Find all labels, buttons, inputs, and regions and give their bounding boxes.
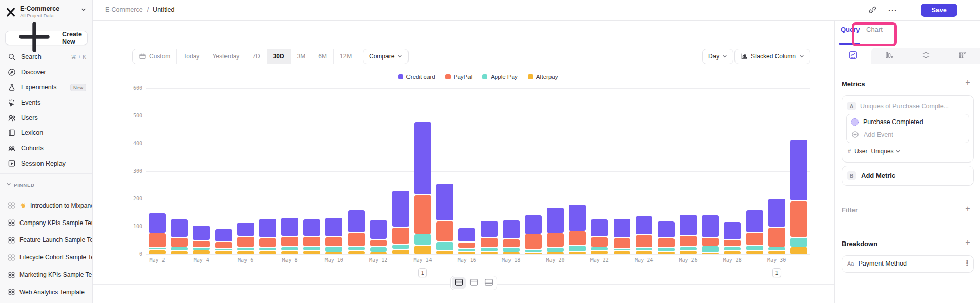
sidebar-item-cohorts[interactable]: Cohorts — [0, 140, 92, 156]
bar-segment-apple-pay[interactable] — [259, 248, 276, 251]
breakdown-kebab-menu[interactable]: ••• — [966, 260, 968, 267]
legend-item-afterpay[interactable]: Afterpay — [528, 74, 558, 80]
bar-segment-credit-card[interactable] — [702, 215, 719, 237]
layout-chart-only-toggle[interactable] — [466, 277, 481, 289]
pinned-item-marketing-kpis-sample-templat[interactable]: Marketing KPIs Sample Templat — [0, 266, 92, 284]
bar-segment-afterpay[interactable] — [614, 251, 630, 254]
annotation-badge-may-30[interactable]: 1 — [772, 268, 781, 277]
bar-segment-afterpay[interactable] — [215, 251, 232, 254]
bar-segment-afterpay[interactable] — [746, 251, 763, 254]
date-range-6m[interactable]: 6M — [312, 49, 334, 64]
sidebar-item-session-replay[interactable]: Session Replay — [0, 156, 92, 171]
bar-segment-afterpay[interactable] — [281, 251, 298, 254]
legend-item-paypal[interactable]: PayPal — [445, 74, 472, 80]
bar-segment-afterpay[interactable] — [259, 251, 276, 254]
measure-entity[interactable]: User — [854, 148, 867, 155]
tab-query[interactable]: Query — [841, 26, 860, 33]
pinned-item-introduction-to-mixpanel-bo[interactable]: Introduction to Mixpanel Bo — [0, 197, 92, 214]
bar-segment-paypal[interactable] — [680, 236, 697, 246]
sidebar-item-users[interactable]: Users — [0, 110, 92, 126]
bar-segment-paypal[interactable] — [591, 237, 608, 247]
bar-segment-paypal[interactable] — [325, 237, 342, 246]
bar-segment-apple-pay[interactable] — [503, 248, 520, 251]
breadcrumb-page[interactable]: Untitled — [153, 6, 174, 13]
bar-segment-apple-pay[interactable] — [149, 248, 166, 249]
bar-segment-credit-card[interactable] — [171, 219, 188, 237]
sidebar-item-events[interactable]: Events — [0, 95, 92, 110]
sidebar-item-experiments[interactable]: ExperimentsNew — [0, 79, 92, 95]
more-menu-button[interactable]: ··· — [888, 6, 897, 15]
bar-segment-afterpay[interactable] — [237, 251, 254, 254]
pinned-item-feature-launch-sample-templa[interactable]: Feature Launch Sample Templa — [0, 232, 92, 249]
bar-segment-credit-card[interactable] — [281, 218, 298, 236]
bar-segment-paypal[interactable] — [636, 235, 652, 247]
bar-segment-apple-pay[interactable] — [392, 245, 409, 249]
tab-retention[interactable] — [944, 48, 980, 64]
pinned-item-lifecycle-cohort-sample-temp[interactable]: Lifecycle Cohort Sample Temp — [0, 249, 92, 266]
bar-segment-paypal[interactable] — [193, 241, 210, 247]
date-range-7d[interactable]: 7D — [246, 49, 267, 64]
bar-segment-afterpay[interactable] — [348, 251, 365, 254]
bar-segment-credit-card[interactable] — [481, 221, 498, 237]
bar-segment-apple-pay[interactable] — [768, 247, 785, 250]
bar-segment-afterpay[interactable] — [591, 251, 608, 254]
bar-segment-credit-card[interactable] — [392, 191, 409, 227]
bar-segment-apple-pay[interactable] — [614, 249, 630, 250]
bar-segment-credit-card[interactable] — [414, 122, 431, 195]
bar-segment-afterpay[interactable] — [392, 250, 409, 254]
bar-segment-apple-pay[interactable] — [237, 248, 254, 251]
bar-segment-paypal[interactable] — [614, 238, 630, 248]
date-range-yesterday[interactable]: Yesterday — [206, 49, 246, 64]
bar-segment-apple-pay[interactable] — [591, 247, 608, 250]
sidebar-item-lexicon[interactable]: Lexicon — [0, 125, 92, 140]
pinned-item-company-kpis-sample-templat[interactable]: Company KPIs Sample Templat — [0, 214, 92, 232]
bar-segment-paypal[interactable] — [281, 237, 298, 246]
bar-segment-credit-card[interactable] — [436, 184, 453, 220]
bar-segment-credit-card[interactable] — [614, 219, 630, 237]
sidebar-item-search[interactable]: Search⌘ + K — [0, 49, 92, 65]
bar-segment-afterpay[interactable] — [149, 250, 166, 254]
bar-segment-afterpay[interactable] — [436, 251, 453, 254]
add-metric-card[interactable]: B Add Metric — [842, 166, 974, 186]
bar-segment-afterpay[interactable] — [325, 252, 342, 254]
save-button[interactable]: Save — [921, 4, 957, 17]
bar-segment-apple-pay[interactable] — [458, 249, 475, 251]
bar-segment-paypal[interactable] — [768, 228, 785, 247]
bar-segment-afterpay[interactable] — [724, 251, 741, 254]
metric-summary[interactable]: Uniques of Purchase Comple... — [860, 103, 949, 110]
bar-segment-paypal[interactable] — [237, 237, 254, 247]
bar-segment-afterpay[interactable] — [503, 252, 520, 254]
bar-segment-credit-card[interactable] — [325, 218, 342, 237]
bar-segment-credit-card[interactable] — [458, 228, 475, 242]
bar-segment-paypal[interactable] — [259, 238, 276, 247]
bar-segment-credit-card[interactable] — [569, 205, 586, 230]
bar-segment-apple-pay[interactable] — [281, 247, 298, 251]
bar-segment-paypal[interactable] — [370, 240, 387, 247]
bar-segment-credit-card[interactable] — [303, 219, 320, 236]
bar-segment-apple-pay[interactable] — [724, 247, 741, 251]
bar-segment-afterpay[interactable] — [547, 252, 564, 254]
chart-type-dropdown[interactable]: Stacked Column — [734, 49, 810, 64]
bar-segment-paypal[interactable] — [503, 239, 520, 247]
bar-segment-apple-pay[interactable] — [436, 242, 453, 250]
bar-segment-paypal[interactable] — [790, 201, 807, 237]
date-range-3m[interactable]: 3M — [291, 49, 313, 64]
bar-segment-afterpay[interactable] — [569, 252, 586, 254]
bar-segment-afterpay[interactable] — [303, 251, 320, 254]
bar-segment-apple-pay[interactable] — [171, 247, 188, 250]
bar-segment-credit-card[interactable] — [591, 219, 608, 236]
annotation-badge-may-14[interactable]: 1 — [418, 268, 427, 277]
bar-segment-paypal[interactable] — [392, 228, 409, 244]
bar-segment-apple-pay[interactable] — [746, 246, 763, 250]
legend-item-apple-pay[interactable]: Apple Pay — [482, 74, 517, 80]
bar-segment-credit-card[interactable] — [547, 208, 564, 233]
bar-segment-credit-card[interactable] — [259, 219, 276, 237]
bar-segment-credit-card[interactable] — [193, 226, 210, 240]
bar-segment-credit-card[interactable] — [215, 229, 232, 241]
legend-item-credit-card[interactable]: Credit card — [398, 74, 435, 80]
bar-segment-paypal[interactable] — [458, 243, 475, 248]
add-event-button[interactable]: Add Event — [847, 130, 969, 143]
bar-segment-apple-pay[interactable] — [569, 246, 586, 251]
link-icon[interactable] — [868, 6, 877, 15]
bar-segment-paypal[interactable] — [171, 238, 188, 247]
